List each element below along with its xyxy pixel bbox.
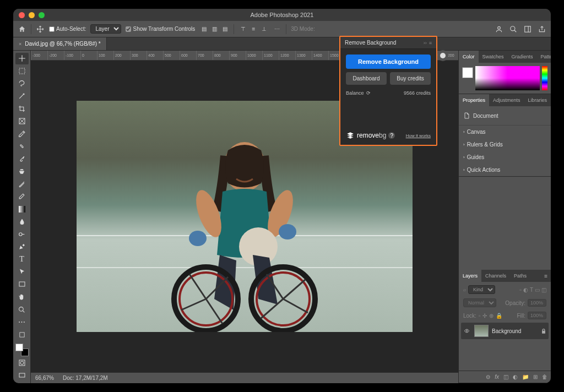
search-icon[interactable] bbox=[509, 25, 518, 34]
tab-swatches[interactable]: Swatches bbox=[479, 51, 508, 63]
refresh-icon[interactable]: ⟳ bbox=[366, 90, 371, 96]
move-tool[interactable] bbox=[15, 53, 29, 64]
screenmode-tool[interactable] bbox=[15, 369, 29, 381]
group-icon[interactable]: 📁 bbox=[522, 374, 529, 380]
adjustment-layer-icon[interactable]: ◐ bbox=[513, 374, 518, 380]
share-icon[interactable] bbox=[538, 25, 546, 34]
hue-slider[interactable] bbox=[542, 66, 547, 90]
layer-mask-icon[interactable]: ◫ bbox=[503, 374, 508, 380]
tab-properties[interactable]: Properties bbox=[459, 94, 489, 106]
frame-tool[interactable] bbox=[15, 116, 29, 127]
layer-select[interactable]: Layer bbox=[90, 24, 121, 34]
clone-stamp-tool[interactable] bbox=[15, 166, 29, 177]
brush-tool[interactable] bbox=[15, 153, 29, 165]
align-bottom-icon[interactable]: ⊥ bbox=[259, 25, 268, 34]
tab-close-icon[interactable]: × bbox=[19, 41, 21, 47]
gradient-tool[interactable] bbox=[15, 203, 29, 215]
color-picker[interactable] bbox=[459, 63, 551, 94]
marquee-tool[interactable] bbox=[15, 66, 29, 77]
workspace-icon[interactable] bbox=[523, 25, 532, 34]
link-layers-icon[interactable]: ⊖ bbox=[486, 374, 490, 380]
dashboard-button[interactable]: Dashboard bbox=[346, 72, 387, 85]
align-left-icon[interactable]: ▤ bbox=[199, 25, 208, 34]
layer-kind-select[interactable]: Kind bbox=[468, 285, 495, 294]
path-select-tool[interactable] bbox=[15, 266, 29, 277]
layer-fx-icon[interactable]: fx bbox=[495, 374, 499, 380]
blend-mode-select[interactable]: Normal bbox=[463, 298, 496, 307]
align-center-h-icon[interactable]: ▥ bbox=[210, 25, 219, 34]
minimize-window-button[interactable] bbox=[29, 12, 35, 18]
lasso-tool[interactable] bbox=[15, 78, 29, 90]
accordion-quick-actions[interactable]: ›Quick Actions bbox=[459, 164, 551, 176]
blur-tool[interactable] bbox=[15, 216, 29, 227]
remove-background-button[interactable]: Remove Background bbox=[346, 55, 431, 69]
tab-layers[interactable]: Layers bbox=[459, 270, 481, 282]
lock-all-icon[interactable]: 🔒 bbox=[496, 313, 502, 319]
filter-shape-icon[interactable]: ▭ bbox=[535, 287, 540, 293]
visibility-icon[interactable] bbox=[463, 328, 471, 334]
more-align-icon[interactable]: ⋯ bbox=[273, 25, 281, 34]
pen-tool[interactable] bbox=[15, 241, 29, 253]
document-tab[interactable]: × David.jpg @ 66,7% (RGB/8#) * bbox=[13, 37, 107, 50]
foreground-color-swatch[interactable] bbox=[15, 344, 23, 351]
fill-input[interactable] bbox=[528, 312, 546, 319]
plugin-header[interactable]: Remove Background ›› ≡ bbox=[340, 37, 436, 49]
align-top-icon[interactable]: ⊤ bbox=[238, 25, 247, 34]
auto-select-checkbox[interactable]: Auto-Select: bbox=[49, 26, 86, 32]
buy-credits-button[interactable]: Buy credits bbox=[390, 72, 431, 85]
tab-paths[interactable]: Paths bbox=[510, 270, 530, 282]
opacity-input[interactable] bbox=[528, 299, 546, 307]
zoom-level[interactable]: 66,67% bbox=[35, 375, 54, 381]
eraser-tool[interactable] bbox=[15, 191, 29, 203]
tab-gradients[interactable]: Gradients bbox=[508, 51, 537, 63]
maximize-window-button[interactable] bbox=[39, 12, 45, 18]
history-brush-tool[interactable] bbox=[15, 178, 29, 190]
cloud-icon[interactable] bbox=[495, 25, 503, 34]
magic-wand-tool[interactable] bbox=[15, 90, 29, 102]
edit-toolbar-icon[interactable] bbox=[15, 329, 29, 340]
accordion-guides[interactable]: ›Guides bbox=[459, 151, 551, 164]
layer-name[interactable]: Background bbox=[492, 328, 521, 334]
home-icon[interactable] bbox=[18, 25, 26, 34]
hand-tool[interactable] bbox=[15, 291, 29, 303]
accordion-canvas[interactable]: ›Canvas bbox=[459, 126, 551, 138]
filter-smart-icon[interactable]: ◫ bbox=[541, 287, 546, 293]
healing-tool[interactable] bbox=[15, 140, 29, 152]
eyedropper-tool[interactable] bbox=[15, 128, 29, 140]
filter-pixel-icon[interactable]: ▫ bbox=[519, 287, 522, 293]
panel-menu-icon[interactable]: ≡ bbox=[429, 40, 432, 46]
move-tool-icon[interactable] bbox=[36, 25, 45, 34]
tab-color[interactable]: Color bbox=[459, 51, 479, 63]
close-window-button[interactable] bbox=[19, 12, 25, 18]
show-transform-checkbox[interactable]: Show Transform Controls bbox=[126, 26, 195, 32]
color-field[interactable] bbox=[475, 66, 540, 90]
tab-channels[interactable]: Channels bbox=[481, 270, 510, 282]
quickmask-tool[interactable] bbox=[15, 357, 29, 369]
help-icon[interactable]: ? bbox=[388, 132, 395, 139]
zoom-tool[interactable] bbox=[15, 304, 29, 315]
dodge-tool[interactable] bbox=[15, 228, 29, 240]
lock-pixels-icon[interactable]: ▫ bbox=[479, 313, 481, 319]
lock-position-icon[interactable]: ✢ bbox=[482, 313, 487, 319]
color-swatches[interactable] bbox=[15, 344, 29, 356]
filter-adjust-icon[interactable]: ◐ bbox=[523, 287, 528, 293]
accordion-rulers[interactable]: ›Rulers & Grids bbox=[459, 138, 551, 151]
color-current-swatch[interactable] bbox=[462, 67, 473, 78]
how-it-works-link[interactable]: How it works bbox=[406, 133, 431, 138]
delete-layer-icon[interactable]: 🗑 bbox=[542, 374, 547, 380]
align-right-icon[interactable]: ▤ bbox=[220, 25, 229, 34]
filter-type-icon[interactable]: T bbox=[530, 287, 533, 293]
rectangle-tool[interactable] bbox=[15, 279, 29, 290]
crop-tool[interactable] bbox=[15, 103, 29, 115]
more-tools-icon[interactable]: ⋯ bbox=[15, 316, 29, 328]
tab-patterns[interactable]: Patterns bbox=[537, 51, 551, 63]
type-tool[interactable]: T bbox=[15, 254, 29, 265]
chevron-right-icon[interactable]: ›› bbox=[424, 40, 427, 46]
plugin-dock-icon[interactable] bbox=[437, 50, 448, 61]
new-layer-icon[interactable]: ⊞ bbox=[533, 374, 538, 380]
panel-menu-icon[interactable]: ≡ bbox=[541, 273, 551, 279]
tab-libraries[interactable]: Libraries bbox=[524, 94, 551, 106]
tab-adjustments[interactable]: Adjustments bbox=[489, 94, 524, 106]
layer-row[interactable]: Background bbox=[461, 323, 549, 339]
align-middle-icon[interactable]: ≡ bbox=[249, 25, 258, 34]
